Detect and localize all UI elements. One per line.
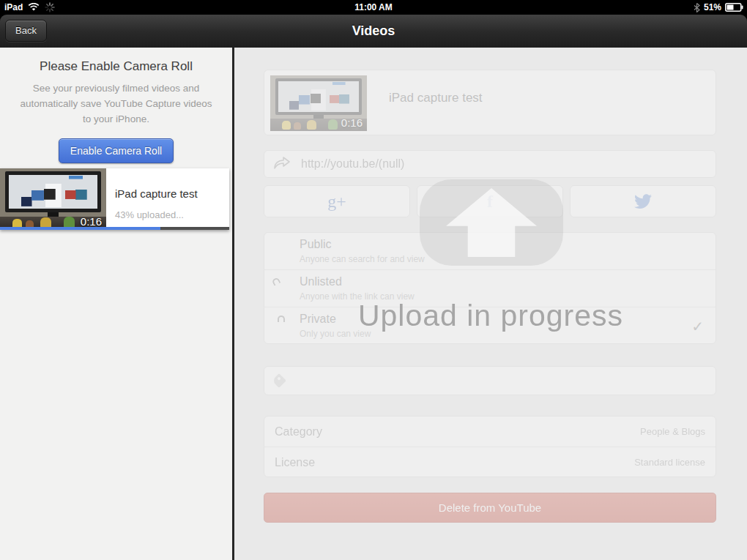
video-thumbnail: 0:16 bbox=[0, 168, 106, 230]
metadata-card: Category People & Blogs License Standard… bbox=[264, 416, 716, 477]
battery-icon bbox=[725, 3, 743, 12]
app-screen: iPad bbox=[0, 0, 747, 560]
video-thumbnail: 0:16 bbox=[270, 75, 367, 131]
license-row[interactable]: License Standard license bbox=[264, 447, 716, 478]
clock-label: 11:00 AM bbox=[0, 0, 747, 15]
share-google-plus-button[interactable]: g+ bbox=[264, 185, 410, 217]
nav-bar: Videos Back bbox=[0, 15, 747, 48]
privacy-label: Unlisted bbox=[300, 275, 342, 288]
bluetooth-icon bbox=[694, 3, 700, 12]
category-value: People & Blogs bbox=[640, 417, 705, 447]
battery-percent-label: 51% bbox=[704, 2, 721, 12]
enable-camera-roll-button[interactable]: Enable Camera Roll bbox=[59, 138, 174, 163]
tags-field[interactable] bbox=[264, 366, 716, 395]
upload-progress-fill bbox=[0, 227, 160, 230]
twitter-icon bbox=[633, 194, 653, 209]
upload-status-label: 43% uploaded... bbox=[115, 209, 184, 220]
camera-roll-prompt-body: See your previously filmed videos and au… bbox=[16, 81, 216, 127]
delete-from-youtube-button[interactable]: Delete from YouTube bbox=[264, 493, 716, 523]
share-twitter-button[interactable] bbox=[570, 185, 716, 217]
video-list-sidebar: Please Enable Camera Roll See your previ… bbox=[0, 48, 232, 560]
page-title: Videos bbox=[0, 15, 747, 48]
upload-progress-track bbox=[0, 227, 229, 230]
status-bar: iPad bbox=[0, 0, 747, 15]
privacy-label: Public bbox=[300, 238, 332, 251]
video-header-card: 0:16 iPad capture test bbox=[264, 70, 716, 135]
google-plus-icon: g+ bbox=[327, 192, 346, 212]
upload-in-progress-label: Upload in progress bbox=[234, 299, 747, 333]
tag-icon bbox=[272, 373, 286, 388]
back-button[interactable]: Back bbox=[5, 20, 47, 42]
license-value: Standard license bbox=[634, 447, 705, 478]
license-label: License bbox=[275, 447, 315, 478]
category-label: Category bbox=[275, 417, 322, 447]
video-list-item[interactable]: 0:16 iPad capture test 43% uploaded... bbox=[0, 168, 229, 230]
upload-watermark bbox=[420, 179, 563, 266]
video-detail-panel: 0:16 iPad capture test http://youtu.be/(… bbox=[234, 48, 747, 560]
upload-arrow-icon bbox=[446, 188, 537, 257]
share-url-row[interactable]: http://youtu.be/(null) bbox=[264, 150, 716, 178]
video-duration-badge: 0:16 bbox=[81, 215, 102, 228]
video-duration-badge: 0:16 bbox=[341, 116, 363, 129]
content-area: Please Enable Camera Roll See your previ… bbox=[0, 48, 747, 560]
video-title-field[interactable]: iPad capture test bbox=[389, 91, 483, 105]
privacy-description: Anyone can search for and view bbox=[300, 254, 425, 264]
camera-roll-prompt-title: Please Enable Camera Roll bbox=[0, 59, 232, 74]
share-icon bbox=[273, 157, 291, 171]
video-title: iPad capture test bbox=[115, 187, 198, 200]
video-url-label: http://youtu.be/(null) bbox=[301, 151, 404, 177]
category-row[interactable]: Category People & Blogs bbox=[264, 417, 716, 447]
